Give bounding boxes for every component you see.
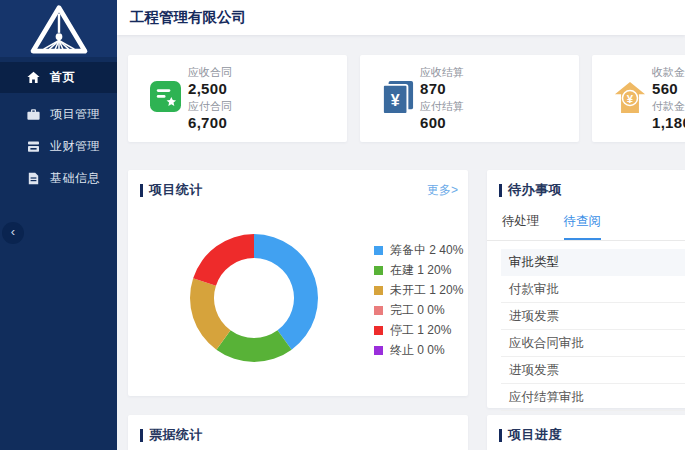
finance-icon [26, 139, 40, 153]
stat-label: 收款金额 [652, 65, 685, 80]
project-status-donut-chart[interactable] [184, 228, 324, 368]
tab-pending[interactable]: 待处理 [502, 213, 540, 240]
legend-item[interactable]: 在建 1 20% [374, 260, 463, 280]
title-bar-icon [140, 184, 143, 197]
legend-swatch [374, 246, 383, 255]
stat-label: 付款金额 [652, 99, 685, 114]
project-progress-panel: 项目进度 [487, 415, 685, 450]
legend-swatch [374, 326, 383, 335]
legend-swatch [374, 286, 383, 295]
legend-item[interactable]: 停工 1 20% [374, 320, 463, 340]
sidebar-item-label: 项目管理 [50, 106, 100, 123]
stat-card-contracts: 应收合同 2,500 应付合同 6,700 [128, 55, 347, 142]
sidebar-item-projects[interactable]: 项目管理 [0, 99, 117, 129]
tab-to-review[interactable]: 待查阅 [564, 213, 602, 240]
title-bar-icon [499, 429, 502, 442]
company-logo [0, 0, 117, 57]
settlement-icon: ¥ [382, 81, 414, 115]
collapse-sidebar-button[interactable]: ‹ [2, 222, 24, 244]
stat-value: 600 [420, 114, 464, 131]
info-icon [26, 171, 40, 185]
legend-label: 停工 1 20% [390, 322, 451, 339]
legend-swatch [374, 346, 383, 355]
chevron-left-icon: ‹ [11, 224, 15, 239]
stat-card-settlement: ¥ 应收结算 870 应付结算 600 [360, 55, 579, 142]
legend-swatch [374, 306, 383, 315]
stat-card-payment: ¥ 收款金额 560 付款金额 1,180 [592, 55, 685, 142]
panel-title: 项目进度 [508, 426, 562, 444]
sidebar-item-label: 首页 [50, 69, 75, 86]
more-link[interactable]: 更多> [427, 182, 458, 199]
sidebar: 首页 项目管理 业财管理 基础信息 ‹ [0, 0, 117, 450]
top-bar: 工程管理有限公司 [117, 0, 685, 35]
panel-title: 票据统计 [149, 426, 203, 444]
todo-row[interactable]: 应付结算审批 [501, 384, 685, 411]
legend-label: 完工 0 0% [390, 302, 445, 319]
page-title: 工程管理有限公司 [117, 0, 685, 35]
stat-label: 应收合同 [188, 65, 232, 80]
svg-text:¥: ¥ [627, 93, 634, 105]
title-bar-icon [499, 184, 502, 197]
legend-swatch [374, 266, 383, 275]
svg-text:¥: ¥ [391, 92, 400, 109]
stat-label: 应收结算 [420, 65, 464, 80]
dashboard-screen: 首页 项目管理 业财管理 基础信息 ‹ [0, 0, 685, 450]
stat-label: 应付结算 [420, 99, 464, 114]
stat-value: 6,700 [188, 114, 232, 131]
project-icon [26, 107, 40, 121]
todo-panel: 待办事项 待处理 待查阅 审批类型 付款审批 进项发票 应收合同审批 进项发票 … [487, 170, 685, 408]
payment-icon: ¥ [614, 81, 646, 115]
panel-title: 待办事项 [508, 181, 562, 199]
sidebar-item-basicinfo[interactable]: 基础信息 [0, 163, 117, 193]
logo-triangle-icon [28, 4, 90, 54]
chart-legend: 筹备中 2 40% 在建 1 20% 未开工 1 20% 完工 0 0% 停工 … [374, 240, 463, 360]
todo-row[interactable]: 应收合同审批 [501, 330, 685, 357]
todo-tabs: 待处理 待查阅 [487, 213, 685, 241]
panel-title: 项目统计 [149, 181, 203, 199]
stat-value: 2,500 [188, 80, 232, 97]
legend-label: 未开工 1 20% [390, 282, 463, 299]
sidebar-item-finance[interactable]: 业财管理 [0, 131, 117, 161]
stat-value: 1,180 [652, 114, 685, 131]
legend-label: 筹备中 2 40% [390, 242, 463, 259]
todo-row[interactable]: 进项发票 [501, 357, 685, 384]
home-icon [26, 71, 40, 85]
todo-row[interactable]: 进项发票 [501, 303, 685, 330]
project-stats-panel: 项目统计 更多> 筹备中 2 40% 在建 1 20% 未开工 1 20% 完工… [128, 170, 468, 396]
legend-label: 在建 1 20% [390, 262, 451, 279]
legend-item[interactable]: 完工 0 0% [374, 300, 463, 320]
todo-row[interactable]: 付款审批 [501, 276, 685, 303]
legend-item[interactable]: 筹备中 2 40% [374, 240, 463, 260]
sidebar-item-home[interactable]: 首页 [0, 62, 117, 93]
legend-item[interactable]: 未开工 1 20% [374, 280, 463, 300]
legend-label: 终止 0 0% [390, 342, 445, 359]
stat-label: 应付合同 [188, 99, 232, 114]
table-header-approval-type: 审批类型 [501, 249, 685, 276]
legend-item[interactable]: 终止 0 0% [374, 340, 463, 360]
bills-stats-panel: 票据统计 [128, 415, 468, 450]
sidebar-item-label: 业财管理 [50, 138, 100, 155]
todo-table: 审批类型 付款审批 进项发票 应收合同审批 进项发票 应付结算审批 [501, 249, 685, 411]
stat-value: 560 [652, 80, 685, 97]
title-bar-icon [140, 429, 143, 442]
sidebar-item-label: 基础信息 [50, 170, 100, 187]
stat-value: 870 [420, 80, 464, 97]
contract-icon [150, 81, 182, 115]
sidebar-nav: 首页 项目管理 业财管理 基础信息 [0, 62, 117, 195]
